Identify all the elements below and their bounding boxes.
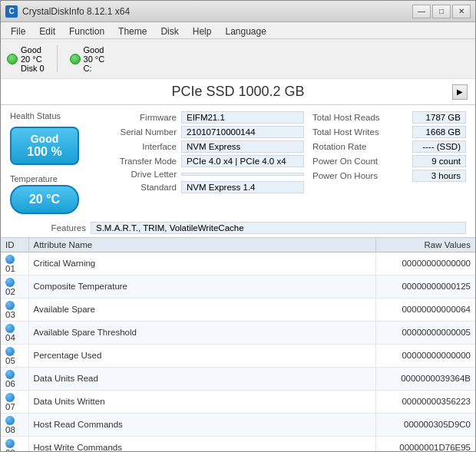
temp-value: 20 °C (29, 193, 60, 206)
row-icon (5, 347, 15, 356)
main-window: C CrystalDiskInfo 8.12.1 x64 — □ ✕ File … (0, 0, 476, 452)
row-attr-name: Critical Warning (28, 252, 375, 275)
attributes-table-section[interactable]: ID Attribute Name Raw Values 01 Critical… (1, 237, 475, 451)
power-count-value: 9 count (412, 155, 466, 167)
driveletter-label: Drive Letter (101, 170, 181, 179)
row-id: 08 (1, 413, 28, 436)
temp-badge: 20 °C (10, 185, 79, 214)
host-writes-value: 1668 GB (412, 126, 466, 138)
title-bar: C CrystalDiskInfo 8.12.1 x64 — □ ✕ (1, 1, 475, 22)
temp-label: Temperature (10, 174, 94, 183)
row-id: 07 (1, 390, 28, 413)
table-row: 09 Host Write Commands 00000001D76E95 (1, 436, 475, 451)
menu-help[interactable]: Help (186, 24, 219, 37)
stat-host-writes: Total Host Writes 1668 GB (312, 126, 466, 138)
window-controls: — □ ✕ (412, 5, 471, 18)
row-id: 04 (1, 321, 28, 344)
row-attr-name: Available Spare (28, 298, 375, 321)
table-row: 02 Composite Temperature 00000000000125 (1, 275, 475, 298)
drive-0-indicator[interactable]: Good 20 °C Disk 0 (7, 45, 45, 73)
window-title: CrystalDiskInfo 8.12.1 x64 (22, 6, 130, 17)
title-bar-left: C CrystalDiskInfo 8.12.1 x64 (5, 5, 130, 18)
table-row: 06 Data Units Read 0000000039364B (1, 367, 475, 390)
row-raw-value: 00000000000064 (375, 298, 475, 321)
detail-driveletter: Drive Letter (101, 170, 306, 179)
menu-language[interactable]: Language (218, 24, 273, 37)
content-area: PCIe SSD 1000.2 GB ▶ Health Status Good … (1, 79, 475, 451)
table-row: 04 Available Spare Threshold 00000000000… (1, 321, 475, 344)
standard-label: Standard (101, 183, 181, 192)
col-attr-name: Attribute Name (28, 238, 375, 252)
detail-transfer: Transfer Mode PCIe 4.0 x4 | PCIe 4.0 x4 (101, 155, 306, 167)
power-hours-value: 3 hours (412, 170, 466, 182)
row-icon (5, 255, 15, 264)
col-id: ID (1, 238, 28, 252)
info-section: Health Status Good 100 % Temperature 20 … (1, 105, 475, 220)
transfer-label: Transfer Mode (101, 157, 181, 166)
row-attr-name: Host Read Commands (28, 413, 375, 436)
drive-c-temp: 30 °C (84, 54, 105, 64)
power-hours-label: Power On Hours (312, 171, 378, 180)
stat-power-hours: Power On Hours 3 hours (312, 170, 466, 182)
table-body: 01 Critical Warning 00000000000000 02 Co… (1, 252, 475, 452)
standard-value: NVM Express 1.4 (181, 181, 304, 193)
health-status: Good (18, 133, 71, 145)
drive-c-indicator[interactable]: Good 30 °C C: (70, 45, 105, 73)
stat-power-count: Power On Count 9 count (312, 155, 466, 167)
row-id: 01 (1, 252, 28, 275)
table-row: 07 Data Units Written 00000000356223 (1, 390, 475, 413)
drive-0-status-dot (7, 54, 18, 64)
maximize-button[interactable]: □ (432, 5, 451, 18)
drive-c-status: Good (84, 45, 105, 54)
attributes-table: ID Attribute Name Raw Values 01 Critical… (1, 238, 475, 451)
disk-title-container: PCIe SSD 1000.2 GB ▶ (1, 79, 475, 105)
health-temp-col: Health Status Good 100 % Temperature 20 … (10, 111, 94, 214)
transfer-value: PCIe 4.0 x4 | PCIe 4.0 x4 (181, 155, 304, 167)
drive-0-info: Good 20 °C Disk 0 (21, 45, 45, 73)
row-icon (5, 370, 15, 379)
features-row: Features S.M.A.R.T., TRIM, VolatileWrite… (1, 220, 475, 237)
host-reads-value: 1787 GB (412, 111, 466, 124)
minimize-button[interactable]: — (412, 5, 431, 18)
row-raw-value: 00000000000125 (375, 275, 475, 298)
row-icon (5, 301, 15, 310)
table-row: 03 Available Spare 00000000000064 (1, 298, 475, 321)
rotation-label: Rotation Rate (312, 142, 366, 151)
features-label: Features (10, 223, 91, 233)
row-raw-value: 00000000000000 (375, 344, 475, 367)
health-label: Health Status (10, 111, 94, 120)
toolbar: Good 20 °C Disk 0 Good 30 °C C: (1, 39, 475, 79)
row-icon (5, 278, 15, 287)
features-value: S.M.A.R.T., TRIM, VolatileWriteCache (91, 222, 466, 234)
row-attr-name: Composite Temperature (28, 275, 375, 298)
row-id: 06 (1, 367, 28, 390)
detail-firmware: Firmware EIFM21.1 (101, 111, 306, 124)
row-raw-value: 00000000356223 (375, 390, 475, 413)
row-icon (5, 416, 15, 425)
row-attr-name: Available Spare Threshold (28, 321, 375, 344)
menu-disk[interactable]: Disk (154, 24, 185, 37)
menu-theme[interactable]: Theme (111, 24, 154, 37)
menu-file[interactable]: File (4, 24, 32, 37)
firmware-value: EIFM21.1 (181, 111, 304, 124)
table-row: 08 Host Read Commands 000000305D9C0 (1, 413, 475, 436)
disk-title: PCIe SSD 1000.2 GB (171, 84, 304, 100)
interface-label: Interface (101, 142, 181, 151)
nav-next-button[interactable]: ▶ (452, 84, 468, 100)
row-raw-value: 00000000000000 (375, 252, 475, 275)
close-button[interactable]: ✕ (452, 5, 471, 18)
row-raw-value: 00000001D76E95 (375, 436, 475, 451)
firmware-label: Firmware (101, 113, 181, 122)
table-row: 01 Critical Warning 00000000000000 (1, 252, 475, 275)
row-raw-value: 0000000039364B (375, 367, 475, 390)
row-id: 02 (1, 275, 28, 298)
health-percent: 100 % (18, 145, 71, 159)
drive-0-label: Disk 0 (21, 64, 45, 73)
drive-c-status-dot (70, 54, 81, 64)
menu-edit[interactable]: Edit (32, 24, 62, 37)
menu-function[interactable]: Function (62, 24, 111, 37)
detail-serial: Serial Number 21010710000144 (101, 126, 306, 138)
col-raw-values: Raw Values (375, 238, 475, 252)
row-attr-name: Data Units Read (28, 367, 375, 390)
detail-standard: Standard NVM Express 1.4 (101, 181, 306, 193)
